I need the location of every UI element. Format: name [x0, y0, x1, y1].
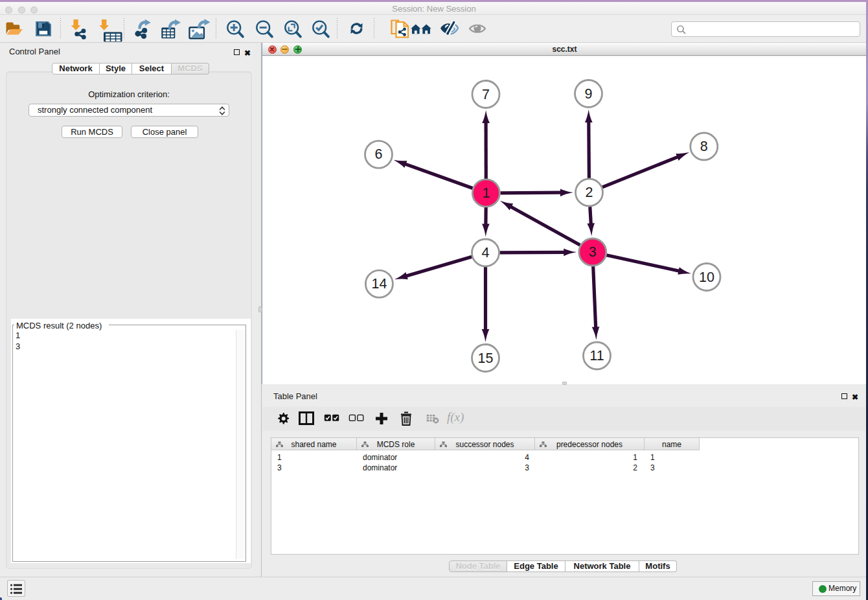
- svg-text:1: 1: [482, 185, 490, 201]
- svg-text:14: 14: [371, 276, 387, 292]
- svg-text:3: 3: [589, 244, 597, 260]
- svg-text:15: 15: [478, 351, 494, 366]
- svg-text:8: 8: [700, 139, 708, 154]
- svg-text:4: 4: [482, 245, 490, 260]
- svg-text:9: 9: [585, 86, 593, 102]
- svg-text:11: 11: [589, 348, 604, 363]
- svg-text:2: 2: [586, 185, 593, 200]
- svg-text:6: 6: [375, 146, 383, 162]
- svg-text:7: 7: [482, 87, 490, 102]
- svg-text:10: 10: [699, 270, 714, 285]
